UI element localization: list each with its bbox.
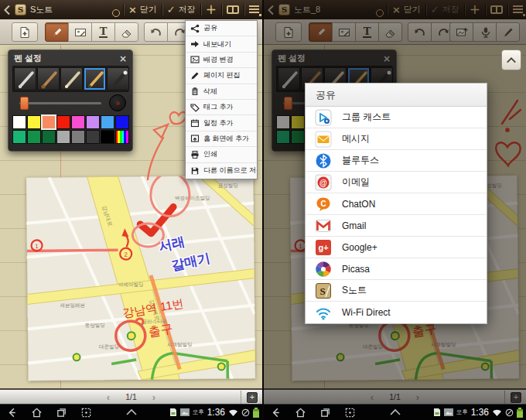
palette-color-4[interactable] <box>71 115 85 129</box>
pen-tool[interactable] <box>45 22 69 42</box>
palette-color-1[interactable] <box>27 115 41 129</box>
group-cast-icon <box>315 109 332 126</box>
picasa-icon <box>315 261 332 278</box>
share-item-wifi-direct[interactable]: Wi-Fi Direct <box>306 302 487 323</box>
palette-color-9[interactable] <box>27 130 41 144</box>
object-tool[interactable] <box>68 22 92 42</box>
collapse-toolbar-button[interactable] <box>501 50 521 70</box>
nav-screenshot-icon[interactable] <box>80 407 92 418</box>
nav-back-icon[interactable] <box>6 407 18 418</box>
menu-item-add-tag[interactable]: 태그 추가 <box>186 100 257 115</box>
status-time: 1:36 <box>207 407 225 418</box>
edit-icon <box>190 71 200 80</box>
nav-collapse-caret[interactable] <box>389 408 401 416</box>
bluetooth-icon <box>315 152 332 169</box>
svg-text:대준빌딩: 대준빌딩 <box>99 343 119 350</box>
pen-type-fountain[interactable] <box>14 67 36 90</box>
menu-item-print[interactable]: 인쇄 <box>186 147 257 162</box>
share-dialog: 공유 그룹 캐스트 메시지 블루투스 @ 이메일 C ChatON <box>305 83 487 324</box>
share-item-message[interactable]: 메시지 <box>306 128 487 150</box>
pen-size-track[interactable] <box>19 102 101 104</box>
notification-image-icon <box>180 408 190 416</box>
palette-color-14[interactable] <box>101 130 114 144</box>
menu-item-share[interactable]: 공유 <box>186 21 257 36</box>
palette-color-7[interactable] <box>115 115 129 129</box>
undo-button[interactable] <box>144 22 168 42</box>
share-item-picasa[interactable]: Picasa <box>306 258 487 280</box>
sync-globe-icon[interactable] <box>108 5 118 15</box>
chaton-icon: C <box>315 196 332 213</box>
palette-color-10[interactable] <box>42 130 56 144</box>
menu-item-delete[interactable]: 삭제 <box>186 84 257 100</box>
trash-icon <box>190 87 200 96</box>
nav-recents-icon[interactable] <box>319 407 331 418</box>
snote-app-icon: S <box>15 4 26 15</box>
share-item-email[interactable]: @ 이메일 <box>306 172 487 193</box>
titlebar: S S노트 ×닫기 ✓저장 + <box>0 0 262 19</box>
home-add-icon <box>190 134 200 143</box>
palette-color-8[interactable] <box>12 130 26 144</box>
pen-dialog-title: 펜 설정 <box>14 53 42 64</box>
nav-home-icon[interactable] <box>295 407 306 418</box>
status-time: 1:36 <box>471 407 489 418</box>
add-page-button[interactable]: + <box>206 3 217 16</box>
share-item-bluetooth[interactable]: 블루투스 <box>306 150 487 172</box>
share-item-snote[interactable]: S S노트 <box>306 280 487 302</box>
wifi-direct-icon <box>315 304 332 321</box>
nav-screenshot-icon[interactable] <box>344 407 356 418</box>
overflow-menu: 공유 내보내기 배경 변경 페이지 편집 삭제 태그 추가 <box>185 20 258 179</box>
prev-page-arrow[interactable]: ‹ <box>107 392 110 402</box>
nav-recents-icon[interactable] <box>56 407 67 418</box>
dual-page-view-icon[interactable] <box>227 5 239 14</box>
eraser-tool[interactable] <box>114 22 138 42</box>
palette-color-3[interactable] <box>56 115 70 129</box>
note-title: S노트 <box>30 4 53 15</box>
pen-type-calligraphy[interactable] <box>60 67 83 90</box>
pen-type-marker[interactable] <box>107 67 129 90</box>
email-icon: @ <box>315 174 332 191</box>
back-icon[interactable] <box>3 5 11 15</box>
overflow-menu-icon[interactable] <box>249 5 259 14</box>
svg-text:동양빌딩: 동양빌딩 <box>85 322 105 328</box>
add-page-strip-button[interactable]: + <box>247 392 258 403</box>
gmail-icon <box>315 217 332 234</box>
text-tool[interactable]: T <box>91 22 115 42</box>
menu-item-edit-pages[interactable]: 페이지 편집 <box>186 68 257 84</box>
status-ampm: 오후 <box>456 408 468 416</box>
pen-size-handle[interactable] <box>20 97 29 110</box>
next-page-arrow[interactable]: › <box>152 392 155 402</box>
menu-item-add-to-home[interactable]: 홈 화면에 추가 <box>186 131 257 147</box>
palette-color-13[interactable] <box>86 130 100 144</box>
pen-type-brush[interactable] <box>37 67 60 90</box>
menu-item-save-as[interactable]: 다른 이름으로 저장 <box>186 163 257 179</box>
palette-color-0[interactable] <box>12 115 26 129</box>
add-page-tool[interactable] <box>12 22 38 42</box>
share-item-gmail[interactable]: Gmail <box>306 215 487 237</box>
close-button[interactable]: ×닫기 <box>128 4 157 15</box>
palette-color-5[interactable] <box>86 115 100 129</box>
palette-color-12[interactable] <box>71 130 85 144</box>
color-palette <box>12 115 128 144</box>
pen-type-pencil[interactable] <box>84 67 106 90</box>
nav-home-icon[interactable] <box>31 407 43 418</box>
system-navbar: 오후 1:36 <box>264 404 526 420</box>
palette-color-2[interactable] <box>42 115 56 129</box>
share-item-chaton[interactable]: C ChatON <box>306 193 487 215</box>
palette-color-15[interactable] <box>115 130 129 144</box>
menu-item-export[interactable]: 내보내기 <box>186 36 257 52</box>
menu-item-change-background[interactable]: 배경 변경 <box>186 53 257 68</box>
palette-color-11[interactable] <box>56 130 70 144</box>
share-icon <box>190 24 200 33</box>
menu-item-add-schedule[interactable]: 일정 추가 <box>186 115 257 131</box>
palette-color-6[interactable] <box>101 115 114 129</box>
share-item-googleplus[interactable]: g+ Google+ <box>306 237 487 258</box>
svg-text:세븐일레븐: 세븐일레븐 <box>60 302 85 308</box>
share-item-group-cast[interactable]: 그룹 캐스트 <box>306 107 487 128</box>
snote-icon: S <box>315 282 332 299</box>
save-button[interactable]: ✓저장 <box>167 4 196 15</box>
nav-back-icon[interactable] <box>270 407 282 418</box>
background-icon <box>190 55 200 64</box>
battery-icon <box>253 408 259 418</box>
nav-collapse-caret[interactable] <box>125 408 138 416</box>
pen-dialog-close-icon[interactable]: × <box>119 54 127 63</box>
